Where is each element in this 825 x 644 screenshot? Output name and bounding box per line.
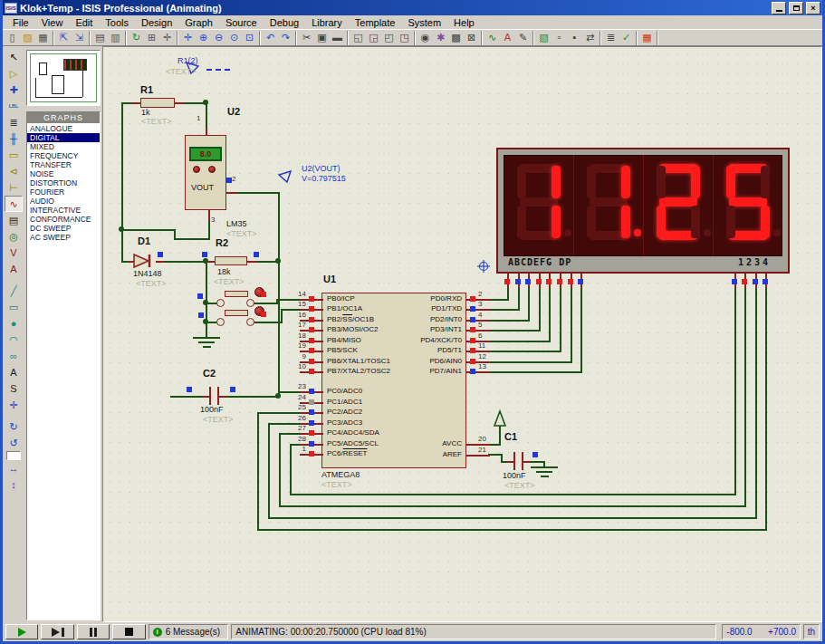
toggle-origin-button[interactable]: ✛ (159, 30, 175, 45)
2d-box-mode-button[interactable]: ▭ (5, 299, 23, 315)
graph-type-mixed[interactable]: MIXED (27, 142, 100, 151)
redo-button[interactable]: ↷ (278, 30, 293, 45)
block-copy-button[interactable]: ◱ (350, 30, 366, 45)
mirror-vertical-button[interactable]: ↕ (5, 476, 23, 493)
wire[interactable] (518, 286, 520, 311)
wire[interactable] (206, 102, 207, 130)
wire[interactable] (257, 412, 259, 531)
wire[interactable] (488, 371, 582, 373)
minimize-button[interactable] (772, 2, 786, 14)
new-design-button[interactable]: ▯ (5, 30, 20, 45)
stop-button[interactable] (112, 624, 145, 639)
wire[interactable] (268, 423, 270, 519)
menu-source[interactable]: Source (219, 17, 264, 28)
wire[interactable] (765, 286, 767, 531)
schematic-canvas[interactable]: 14PB0/ICP15PB1/OC1A16PB2/SS/OC1B17PB3/MO… (103, 47, 821, 621)
menu-template[interactable]: Template (349, 17, 402, 28)
wire[interactable] (121, 102, 123, 263)
lm35-down-button[interactable] (208, 166, 216, 173)
current-probe-mode-button[interactable]: A (5, 261, 23, 277)
wire[interactable] (268, 517, 757, 519)
make-device-button[interactable]: ✱ (433, 30, 448, 45)
pause-button[interactable] (77, 624, 110, 639)
capacitor-plate[interactable] (522, 452, 523, 470)
graph-type-noise[interactable]: NOISE (27, 169, 100, 178)
wire[interactable] (488, 309, 520, 311)
block-delete-button[interactable]: ◳ (397, 30, 412, 45)
component-mode-button[interactable]: ▷ (5, 65, 23, 82)
diode-d1[interactable] (132, 254, 158, 270)
wire[interactable] (235, 192, 280, 194)
wire[interactable] (208, 219, 210, 240)
wire[interactable] (571, 286, 572, 363)
graph-type-ac-sweep[interactable]: AC SWEEP (27, 233, 100, 242)
paste-button[interactable]: ▬ (330, 30, 345, 45)
selection-mode-button[interactable]: ↖ (5, 49, 23, 65)
overview-minimap[interactable] (26, 50, 101, 106)
rotate-anticlockwise-button[interactable]: ↺ (5, 435, 23, 451)
wire[interactable] (488, 341, 551, 342)
wire[interactable] (251, 322, 283, 323)
2d-path-mode-button[interactable]: ∞ (5, 348, 23, 364)
close-button[interactable]: × (806, 2, 820, 14)
2d-text-mode-button[interactable]: A (5, 364, 23, 380)
graph-type-dc-sweep[interactable]: DC SWEEP (27, 224, 100, 233)
redraw-button[interactable]: ↻ (129, 30, 144, 45)
search-tag-button[interactable]: A (500, 30, 515, 45)
resistor-r2[interactable] (215, 256, 247, 265)
wire[interactable] (170, 396, 204, 398)
graph-mode-button[interactable]: ∿ (5, 196, 23, 212)
step-button[interactable] (41, 624, 73, 639)
menu-debug[interactable]: Debug (264, 17, 305, 28)
text-script-mode-button[interactable]: ≣ (5, 114, 23, 130)
wire[interactable] (226, 396, 280, 398)
remove-sheet-button[interactable]: ▪ (567, 30, 582, 45)
zoom-area-button[interactable]: ⊡ (242, 30, 257, 45)
menu-design[interactable]: Design (135, 17, 178, 28)
wire-autorouter-button[interactable]: ∿ (484, 30, 500, 45)
wire-label-mode-button[interactable]: LBL (5, 98, 23, 114)
pan-button[interactable]: ✛ (180, 30, 196, 45)
wire[interactable] (257, 529, 767, 531)
wire[interactable] (279, 505, 746, 507)
wire[interactable] (488, 299, 509, 301)
graph-type-transfer[interactable]: TRANSFER (27, 160, 100, 169)
graph-type-audio[interactable]: AUDIO (27, 197, 100, 206)
terminals-mode-button[interactable]: ⊲ (5, 163, 23, 179)
capacitor-plate[interactable] (513, 452, 515, 470)
subcircuit-mode-button[interactable]: ▭ (5, 147, 23, 163)
design-explorer-button[interactable]: ▧ (536, 30, 552, 45)
wire[interactable] (734, 286, 736, 495)
tape-recorder-mode-button[interactable]: ▤ (5, 212, 23, 228)
menu-library[interactable]: Library (305, 17, 349, 28)
goto-sheet-button[interactable]: ⇄ (582, 30, 598, 45)
mark-output-area-button[interactable]: ▥ (108, 30, 123, 45)
capacitor-plate[interactable] (209, 387, 211, 405)
2d-symbol-mode-button[interactable]: S (5, 380, 23, 397)
2d-marker-mode-button[interactable]: ✛ (5, 397, 23, 413)
open-design-button[interactable]: ▨ (20, 30, 35, 45)
graph-type-conformance[interactable]: CONFORMANCE (27, 215, 100, 224)
wire[interactable] (251, 303, 278, 304)
buses-mode-button[interactable]: ╫ (5, 130, 23, 147)
bill-of-materials-button[interactable]: ≣ (603, 30, 619, 45)
resistor-r1[interactable] (140, 98, 175, 108)
wire[interactable] (281, 309, 283, 323)
graph-type-frequency[interactable]: FREQUENCY (27, 151, 100, 160)
pick-device-button[interactable]: ◉ (417, 30, 433, 45)
wire[interactable] (539, 286, 541, 332)
menu-system[interactable]: System (401, 17, 447, 28)
menu-help[interactable]: Help (447, 17, 481, 28)
2d-arc-mode-button[interactable]: ◠ (5, 332, 23, 348)
decompose-button[interactable]: ⊠ (464, 30, 479, 45)
wire[interactable] (549, 286, 551, 342)
generator-mode-button[interactable]: ◎ (5, 228, 23, 245)
zoom-in-button[interactable]: ⊕ (196, 30, 211, 45)
wire[interactable] (278, 192, 280, 398)
junction-dot-mode-button[interactable]: ✚ (5, 82, 23, 98)
export-section-button[interactable]: ⇲ (72, 30, 87, 45)
capacitor-plate[interactable] (217, 387, 219, 405)
mirror-horizontal-button[interactable]: ↔ (5, 460, 23, 476)
copy-button[interactable]: ▣ (314, 30, 330, 45)
packaging-tool-button[interactable]: ▩ (448, 30, 464, 45)
